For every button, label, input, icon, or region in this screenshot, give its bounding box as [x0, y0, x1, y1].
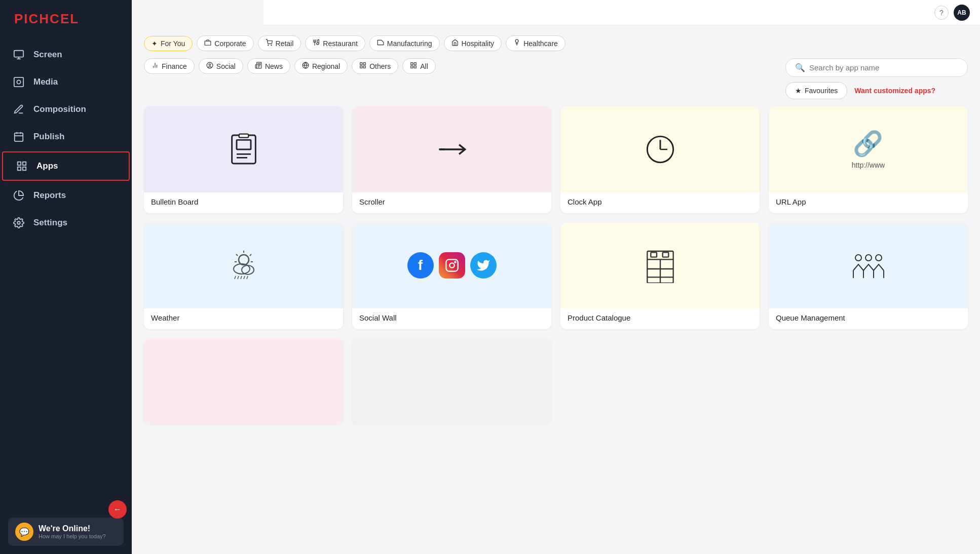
- svg-point-48: [242, 265, 254, 274]
- svg-point-56: [455, 261, 456, 262]
- star-icon: ★: [795, 87, 802, 95]
- composition-icon: [12, 103, 25, 116]
- svg-rect-28: [411, 63, 413, 65]
- favourites-button[interactable]: ★ Favourites: [785, 82, 847, 99]
- filter-chip-finance[interactable]: Finance: [144, 58, 195, 74]
- filter-chip-all[interactable]: All: [402, 58, 436, 74]
- chip-icon-social: [206, 62, 213, 70]
- app-card-app-10[interactable]: [352, 338, 551, 424]
- svg-point-65: [865, 255, 872, 261]
- app-card-social-wall[interactable]: f Social Wall: [352, 222, 551, 329]
- search-input[interactable]: [809, 63, 958, 72]
- sidebar-label-reports: Reports: [33, 190, 66, 201]
- chip-label-others: Others: [369, 62, 391, 70]
- svg-rect-27: [363, 66, 365, 68]
- customize-link[interactable]: Want customized apps?: [854, 87, 935, 95]
- settings-icon: [12, 216, 25, 229]
- sidebar-item-media[interactable]: Media: [0, 68, 132, 96]
- screen-icon: [12, 48, 25, 61]
- chip-label-retail: Retail: [276, 39, 294, 48]
- app-card-queue-management[interactable]: Queue Management: [769, 222, 968, 329]
- user-avatar[interactable]: AB: [954, 5, 970, 21]
- app-card-weather[interactable]: Weather: [144, 222, 343, 329]
- chip-icon-hospitality: [451, 39, 459, 48]
- chip-icon-regional: [302, 62, 309, 70]
- app-card-image-weather: [144, 222, 343, 308]
- svg-line-43: [236, 254, 238, 256]
- app-card-image-url-app: 🔗 http://www: [769, 106, 968, 192]
- app-card-label-product-catalogue: Product Catalogue: [560, 308, 760, 329]
- filter-chip-retail[interactable]: Retail: [258, 35, 301, 51]
- svg-point-13: [17, 221, 20, 224]
- chip-label-all: All: [420, 62, 428, 70]
- logo: PICHCEL: [0, 0, 132, 36]
- svg-rect-10: [23, 162, 26, 165]
- sidebar-bottom: ← 💬 We're Online! How may I help you tod…: [0, 494, 132, 554]
- app-card-scroller[interactable]: Scroller: [352, 106, 551, 213]
- svg-rect-54: [446, 259, 458, 271]
- app-card-label-weather: Weather: [144, 308, 343, 329]
- app-card-clock-app[interactable]: Clock App: [560, 106, 760, 213]
- sidebar-label-screen: Screen: [33, 50, 62, 60]
- filter-chip-others[interactable]: Others: [352, 58, 398, 74]
- filter-chip-for-you[interactable]: ✦For You: [144, 36, 193, 51]
- sidebar-item-reports[interactable]: Reports: [0, 182, 132, 209]
- svg-line-52: [244, 276, 245, 279]
- chip-label-healthcare: Healthcare: [523, 39, 558, 48]
- svg-point-4: [17, 80, 20, 84]
- sidebar-item-settings[interactable]: Settings: [0, 209, 132, 236]
- svg-rect-63: [662, 252, 668, 257]
- chat-subtitle: How may I help you today?: [39, 533, 106, 539]
- svg-rect-30: [411, 66, 413, 68]
- chat-avatar: 💬: [15, 523, 33, 541]
- svg-point-66: [876, 255, 882, 261]
- sidebar-label-settings: Settings: [33, 218, 67, 228]
- chip-icon-news: [255, 62, 262, 70]
- help-button[interactable]: ?: [934, 6, 949, 20]
- filter-chip-hospitality[interactable]: Hospitality: [444, 35, 502, 51]
- svg-rect-5: [15, 133, 23, 142]
- filter-chip-news[interactable]: News: [247, 58, 290, 74]
- filter-chip-manufacturing[interactable]: Manufacturing: [369, 35, 440, 51]
- filter-chip-healthcare[interactable]: Healthcare: [506, 35, 566, 51]
- media-icon: [12, 75, 25, 89]
- sidebar-item-publish[interactable]: Publish: [0, 123, 132, 150]
- svg-rect-26: [360, 66, 362, 68]
- filter-row-2: FinanceSocialNewsRegionalOthersAll: [144, 58, 775, 74]
- sidebar-item-screen[interactable]: Screen: [0, 41, 132, 68]
- svg-rect-33: [237, 140, 251, 149]
- chip-label-manufacturing: Manufacturing: [387, 39, 432, 48]
- app-card-image-app-10: [352, 338, 551, 424]
- sidebar-item-apps[interactable]: Apps: [2, 151, 130, 181]
- content-area: ✦For YouCorporateRetailRestaurantManufac…: [132, 25, 980, 554]
- back-button[interactable]: ←: [108, 500, 127, 519]
- chip-icon-manufacturing: [377, 39, 384, 48]
- sidebar-label-publish: Publish: [33, 132, 64, 142]
- app-card-app-9[interactable]: [144, 338, 343, 424]
- svg-point-55: [449, 263, 454, 267]
- chip-icon-for-you: ✦: [152, 39, 158, 48]
- app-card-label-scroller: Scroller: [352, 192, 551, 213]
- svg-rect-0: [14, 51, 23, 57]
- filter-chip-regional[interactable]: Regional: [294, 58, 348, 74]
- filter-chip-social[interactable]: Social: [199, 58, 243, 74]
- sidebar: PICHCEL Screen Media Composition Publish…: [0, 0, 132, 554]
- svg-rect-11: [18, 167, 21, 170]
- app-card-product-catalogue[interactable]: Product Catalogue: [560, 222, 760, 329]
- sidebar-label-composition: Composition: [33, 104, 86, 114]
- sidebar-item-composition[interactable]: Composition: [0, 96, 132, 123]
- svg-point-64: [855, 255, 861, 261]
- chip-icon-retail: [266, 39, 273, 48]
- app-card-url-app[interactable]: 🔗 http://www URL App: [769, 106, 968, 213]
- svg-rect-36: [239, 134, 248, 138]
- app-card-bulletin-board[interactable]: Bulletin Board: [144, 106, 343, 213]
- filter-chip-corporate[interactable]: Corporate: [197, 35, 253, 51]
- search-container: 🔍: [785, 58, 968, 77]
- app-card-image-clock-app: [560, 106, 760, 192]
- chat-widget[interactable]: 💬 We're Online! How may I help you today…: [8, 518, 124, 546]
- app-card-label-queue-management: Queue Management: [769, 308, 968, 329]
- chip-label-for-you: For You: [161, 39, 185, 48]
- app-card-label-clock-app: Clock App: [560, 192, 760, 213]
- filter-row-1: ✦For YouCorporateRetailRestaurantManufac…: [144, 35, 968, 51]
- filter-chip-restaurant[interactable]: Restaurant: [305, 35, 365, 51]
